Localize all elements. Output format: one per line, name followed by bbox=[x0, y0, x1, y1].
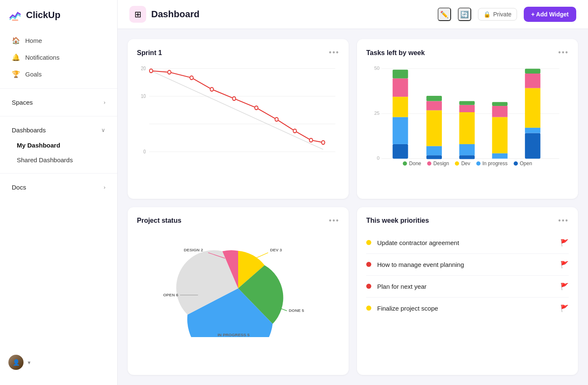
priority-dot-2 bbox=[366, 262, 371, 267]
svg-rect-27 bbox=[393, 79, 408, 97]
svg-point-16 bbox=[310, 138, 313, 142]
priority-item-1: Update contractor agreement 🚩 bbox=[366, 232, 569, 254]
sidebar-item-goals[interactable]: 🏆 Goals bbox=[3, 66, 114, 82]
project-status-header: Project status ••• bbox=[137, 216, 339, 225]
priority-text-2: How to manage event planning bbox=[377, 261, 554, 268]
sprint-chart-svg: 20 10 0 bbox=[137, 64, 339, 156]
svg-rect-33 bbox=[426, 96, 442, 101]
sidebar-item-home[interactable]: 🏠 Home bbox=[3, 32, 114, 49]
svg-rect-41 bbox=[492, 117, 508, 153]
priorities-card: This week priorities ••• Update contract… bbox=[357, 207, 578, 375]
done-label: Done bbox=[409, 161, 421, 166]
sidebar-nav: 🏠 Home 🔔 Notifications 🏆 Goals Spaces › … bbox=[0, 32, 117, 195]
priorities-card-menu[interactable]: ••• bbox=[558, 216, 569, 225]
priority-flag-2: 🚩 bbox=[560, 261, 569, 269]
svg-point-17 bbox=[322, 141, 325, 145]
lock-icon: 🔒 bbox=[483, 11, 491, 18]
priority-item-4: Finalize project scope 🚩 bbox=[366, 298, 569, 319]
shared-dashboards-label: Shared Dashboards bbox=[17, 156, 73, 163]
sprint-card-title: Sprint 1 bbox=[137, 49, 162, 57]
svg-line-7 bbox=[151, 71, 323, 150]
nav-divider-2 bbox=[0, 116, 117, 116]
svg-rect-28 bbox=[393, 70, 408, 79]
svg-text:OPEN 6: OPEN 6 bbox=[163, 292, 178, 297]
header-right: ✏️ 🔄 🔒 Private + Add Widget bbox=[438, 7, 576, 22]
svg-rect-44 bbox=[525, 133, 541, 158]
tasks-card-title: Tasks left by week bbox=[366, 49, 425, 57]
private-badge[interactable]: 🔒 Private bbox=[478, 8, 517, 21]
add-widget-button[interactable]: + Add Widget bbox=[524, 7, 576, 22]
dev-label: Dev bbox=[461, 161, 470, 166]
inprogress-label: In progress bbox=[483, 161, 508, 166]
sidebar-item-shared-dashboards[interactable]: Shared Dashboards bbox=[3, 153, 114, 167]
header: ⊞ Dashboard ✏️ 🔄 🔒 Private + Add Widget bbox=[118, 0, 588, 29]
priority-dot-1 bbox=[366, 240, 371, 245]
sprint-chart: 20 10 0 bbox=[137, 64, 339, 156]
page-title: Dashboard bbox=[151, 9, 200, 20]
svg-point-10 bbox=[190, 76, 193, 80]
sidebar-label-goals: Goals bbox=[25, 71, 42, 78]
tasks-card-menu[interactable]: ••• bbox=[558, 48, 569, 57]
spaces-chevron: › bbox=[104, 99, 105, 105]
trophy-icon: 🏆 bbox=[12, 70, 20, 78]
priorities-card-header: This week priorities ••• bbox=[366, 216, 569, 225]
pie-chart-svg: DEV 3 DONE 5 IN PROGRESS 5 OPEN 6 DESIGN… bbox=[137, 232, 339, 337]
clickup-logo-icon bbox=[8, 8, 22, 22]
spaces-label: Spaces bbox=[12, 99, 33, 106]
svg-point-12 bbox=[233, 97, 236, 100]
main-content: ⊞ Dashboard ✏️ 🔄 🔒 Private + Add Widget … bbox=[118, 0, 588, 385]
priority-dot-4 bbox=[366, 306, 371, 311]
svg-rect-29 bbox=[426, 155, 442, 159]
svg-text:DONE 5: DONE 5 bbox=[289, 308, 304, 313]
refresh-button[interactable]: 🔄 bbox=[458, 8, 471, 21]
user-profile[interactable]: 👤 ▾ bbox=[0, 348, 117, 377]
open-dot bbox=[514, 161, 518, 166]
bell-icon: 🔔 bbox=[12, 53, 20, 61]
priority-flag-4: 🚩 bbox=[560, 304, 569, 312]
bar-chart-svg: 50 25 0 bbox=[366, 64, 569, 161]
sidebar-section-docs[interactable]: Docs › bbox=[3, 179, 114, 195]
svg-rect-24 bbox=[393, 144, 408, 159]
header-left: ⊞ Dashboard bbox=[129, 6, 200, 23]
sprint-card-header: Sprint 1 ••• bbox=[137, 48, 339, 57]
svg-rect-26 bbox=[393, 97, 408, 117]
dashboard-grid: Sprint 1 ••• 20 10 0 bbox=[118, 29, 588, 385]
user-chevron: ▾ bbox=[28, 359, 31, 366]
svg-point-15 bbox=[293, 129, 297, 133]
nav-divider-1 bbox=[0, 88, 117, 89]
sidebar-label-home: Home bbox=[25, 37, 42, 44]
svg-rect-38 bbox=[459, 101, 475, 105]
svg-text:0: 0 bbox=[377, 156, 379, 161]
svg-text:25: 25 bbox=[374, 111, 380, 116]
priority-flag-1: 🚩 bbox=[560, 239, 569, 247]
sidebar-item-my-dashboard[interactable]: My Dashboard bbox=[3, 138, 114, 153]
priority-item-2: How to manage event planning 🚩 bbox=[366, 254, 569, 276]
tasks-card-header: Tasks left by week ••• bbox=[366, 48, 569, 57]
sprint-card-menu[interactable]: ••• bbox=[329, 48, 339, 57]
logo-text: ClickUp bbox=[26, 10, 60, 21]
project-status-menu[interactable]: ••• bbox=[329, 216, 339, 225]
svg-point-14 bbox=[275, 118, 278, 121]
svg-rect-32 bbox=[426, 101, 442, 111]
docs-label: Docs bbox=[12, 184, 26, 191]
svg-rect-31 bbox=[426, 110, 442, 146]
svg-point-8 bbox=[150, 69, 153, 73]
priority-text-3: Plan for next year bbox=[377, 283, 554, 290]
svg-point-13 bbox=[255, 106, 258, 110]
edit-button[interactable]: ✏️ bbox=[438, 8, 451, 21]
legend-dev: Dev bbox=[455, 161, 470, 166]
sprint-card: Sprint 1 ••• 20 10 0 bbox=[128, 39, 349, 199]
svg-text:IN PROGRESS 5: IN PROGRESS 5 bbox=[218, 332, 250, 337]
sidebar-item-notifications[interactable]: 🔔 Notifications bbox=[3, 49, 114, 66]
svg-text:50: 50 bbox=[374, 66, 380, 71]
legend-design: Design bbox=[427, 161, 449, 166]
bar-chart-legend: Done Design Dev In progress bbox=[366, 161, 569, 166]
svg-text:DEV 3: DEV 3 bbox=[270, 248, 282, 252]
avatar: 👤 bbox=[8, 355, 24, 370]
priority-text-1: Update contractor agreement bbox=[377, 239, 554, 246]
my-dashboard-label: My Dashboard bbox=[17, 142, 60, 149]
sidebar-section-spaces[interactable]: Spaces › bbox=[3, 95, 114, 110]
sidebar-section-dashboards[interactable]: Dashboards ∨ bbox=[3, 122, 114, 138]
logo[interactable]: ClickUp bbox=[0, 8, 117, 32]
done-dot bbox=[403, 161, 407, 166]
